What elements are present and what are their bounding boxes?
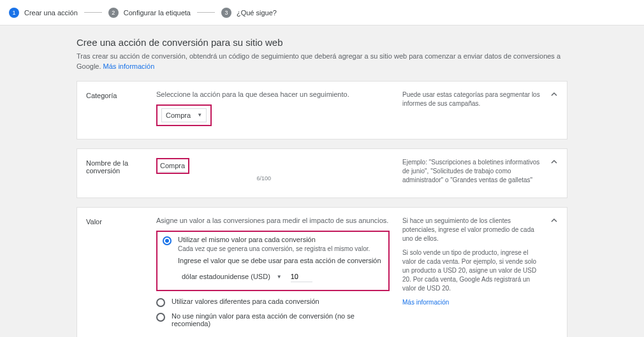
name-label: Nombre de la conversión (86, 158, 156, 185)
step-2-label: Configurar la etiqueta (124, 9, 191, 17)
radio-no-value[interactable] (156, 313, 165, 322)
value-help-1: Si hace un seguimiento de los clientes p… (402, 217, 541, 243)
value-prompt: Ingrese el valor que se debe usar para e… (178, 257, 383, 264)
value-label: Valor (86, 217, 156, 333)
step-separator (197, 12, 215, 13)
radio-different-value[interactable] (156, 298, 165, 307)
more-info-link[interactable]: Más información (103, 62, 155, 70)
step-separator (84, 12, 102, 13)
step-2-badge: 2 (108, 8, 119, 18)
step-3[interactable]: 3 ¿Qué sigue? (221, 8, 277, 18)
value-opt-same-label: Utilizar el mismo valor para cada conver… (178, 236, 370, 243)
value-option-different[interactable]: Utilizar valores diferentes para cada co… (156, 298, 390, 307)
step-1[interactable]: 1 Crear una acción (9, 8, 78, 18)
value-option-none[interactable]: No use ningún valor para esta acción de … (156, 312, 390, 327)
step-2[interactable]: 2 Configurar la etiqueta (108, 8, 191, 18)
category-select[interactable]: Compra ▼ (161, 108, 207, 122)
value-card: Valor Asigne un valor a las conversiones… (77, 207, 567, 337)
page-content: Cree una acción de conversión para su si… (77, 37, 567, 337)
step-1-label: Crear una acción (24, 9, 78, 17)
currency-select[interactable]: dólar estadounidense (USD) ▼ (178, 269, 286, 283)
name-counter: 6/100 (156, 175, 271, 182)
collapse-button[interactable] (548, 214, 560, 227)
chevron-up-icon (550, 217, 558, 224)
category-card: Categoría Seleccione la acción para la q… (77, 81, 567, 140)
name-card: Nombre de la conversión 6/100 Ejemplo: "… (77, 148, 567, 198)
stepper: 1 Crear una acción 2 Configurar la etiqu… (0, 0, 644, 25)
value-desc: Asigne un valor a las conversiones para … (156, 217, 390, 224)
page-subtitle: Tras crear su acción de conversión, obte… (77, 52, 567, 72)
radio-same-value[interactable] (163, 236, 172, 245)
value-help-2: Si solo vende un tipo de producto, ingre… (402, 248, 541, 293)
value-amount-input[interactable] (291, 271, 312, 282)
page-title: Cree una acción de conversión para su si… (77, 37, 567, 48)
step-3-label: ¿Qué sigue? (237, 9, 277, 17)
value-opt-diff-label: Utilizar valores diferentes para cada co… (172, 298, 319, 305)
chevron-down-icon: ▼ (277, 274, 282, 280)
value-opt-same-sub: Cada vez que se genera una conversión, s… (178, 245, 370, 254)
collapse-button[interactable] (548, 88, 560, 101)
value-more-info-link[interactable]: Más información (402, 298, 541, 307)
value-opt-none-label: No use ningún valor para esta acción de … (172, 312, 390, 327)
value-option-same[interactable]: Utilizar el mismo valor para cada conver… (163, 236, 383, 254)
collapse-button[interactable] (548, 155, 560, 168)
category-select-value: Compra (166, 111, 191, 119)
chevron-down-icon: ▼ (197, 112, 202, 118)
chevron-up-icon (550, 158, 558, 166)
chevron-up-icon (550, 90, 558, 98)
category-desc: Seleccione la acción para la que desea h… (156, 90, 390, 98)
category-label: Categoría (86, 90, 156, 126)
step-3-badge: 3 (221, 8, 231, 18)
conversion-name-input[interactable] (160, 160, 186, 172)
category-help: Puede usar estas categorías para segment… (399, 90, 541, 126)
name-help: Ejemplo: "Suscripciones a boletines info… (399, 158, 541, 185)
currency-select-value: dólar estadounidense (USD) (182, 273, 270, 280)
step-1-badge: 1 (9, 8, 19, 18)
